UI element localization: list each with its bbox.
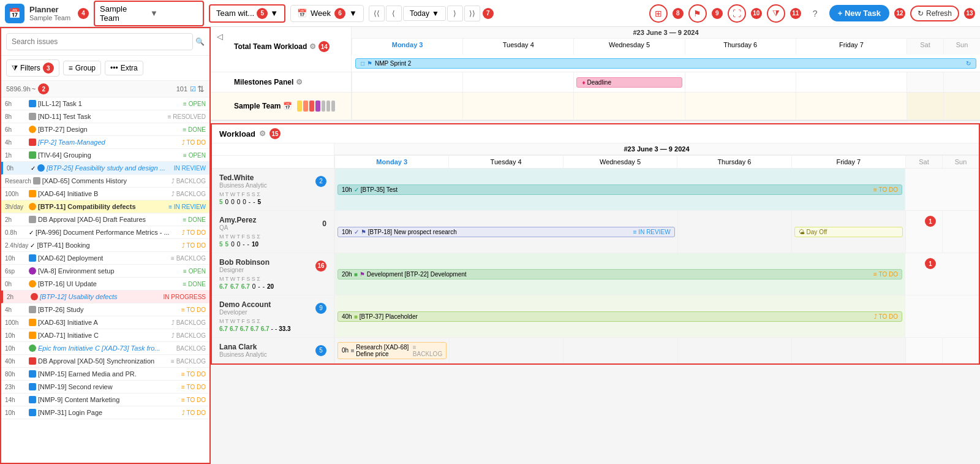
task-cell-sat [905,253,942,295]
filters-button[interactable]: ⧩ Filters 3 [6,59,59,77]
task-status: ≡ BACKLOG [413,344,442,357]
team-dropdown[interactable]: Team wit... 5 ▼ [209,4,285,23]
list-item[interactable]: 3h/day [BTP-11] Compatibility defects ≡ … [1,200,209,213]
list-item[interactable]: 6h [ILL-12] Task 1 ≡ OPEN [1,97,209,110]
task-bar-amy-1[interactable]: 10h ✓ ⚑ [BTP-18] New prospect research ≡… [337,227,675,237]
section-name-cell [229,27,352,39]
task-cell-amy-review: 10h ✓ ⚑ [BTP-18] New prospect research ≡… [335,211,677,253]
person-info-bob: Bob Robinson Designer 16 M T W T F S S Σ… [212,253,334,295]
st-thu [685,93,796,120]
list-item[interactable]: 6h [BTP-27] Design ≡ DONE [1,123,209,136]
workload-section: Workload ⚙ 15 #23 June 3 — 9 2024 Monday… [211,123,980,365]
issue-title: [NMP-19] Second review [38,383,179,390]
list-item[interactable]: 10h [XAD-62] Deployment ≡ BACKLOG [1,252,209,265]
issue-title: [NMP-9] Content Marketing [38,396,179,403]
stat-s1: - [247,241,249,248]
issue-type-icon [29,280,36,287]
nav-prev-btn[interactable]: ⟨ [386,6,402,21]
stat-w: 6.7 [241,283,250,290]
search-input[interactable] [6,33,193,50]
issue-type-icon [29,357,36,365]
miles-wed: ♦ Deadline [573,72,684,92]
layout-icon-btn[interactable]: ⊞ [649,4,668,23]
group-button[interactable]: ≡ Group [63,61,101,75]
nav-first-btn[interactable]: ⟨⟨ [369,6,385,21]
view-selector[interactable]: 📅 Week 6 ▼ [290,5,364,22]
nav-last-btn[interactable]: ⟩⟩ [464,6,480,21]
task-bar-demo-1[interactable]: 40h ■ [BTP-37] Placeholder ⤴ TO DO [337,311,902,322]
list-item[interactable]: 100h [XAD-63] Initiative A ⤴ BACKLOG [1,316,209,329]
issue-title: [BTP-26] Study [38,306,179,313]
task-bar-ted-1[interactable]: 10h ✓ [BTP-35] Test ≡ TO DO [337,184,902,195]
task-time: 0h [342,347,349,354]
list-item[interactable]: 1h [TIV-64] Grouping ≡ OPEN [1,149,209,162]
task-time: 10h [342,186,352,193]
task-bar-bob-1[interactable]: 20h ■ ⚑ Development [BTP-22] Development… [337,269,902,280]
toggle-sidebar-btn[interactable]: ◁ [211,27,229,45]
issue-type-icon [29,267,36,275]
badge-3: 3 [43,63,54,74]
list-item[interactable]: 2h DB Approval [XAD-6] Draft Features ≡ … [1,213,209,226]
search-icon[interactable]: 🔍 [195,37,205,46]
stat-t2: 6.7 [251,325,259,332]
gear-badge[interactable]: ⚙ [259,129,266,138]
stat-s2: - [253,199,255,205]
today-btn[interactable]: Today ▼ [403,6,446,21]
nav-next-btn[interactable]: ⟩ [447,6,463,21]
issue-time: 4h [5,139,27,146]
list-item[interactable]: 10h Epic from Initiative C [XAD-73] Task… [1,342,209,355]
issue-status: ≡ RESOLVED [168,113,206,120]
refresh-button[interactable]: ↻ Refresh [910,6,959,21]
extra-button[interactable]: ••• Extra [105,61,143,75]
list-item[interactable]: 0h [BTP-16] UI Update ≡ DONE [1,278,209,291]
list-item[interactable]: Research [XAD-65] Comments History ⤴ BAC… [1,175,209,188]
fullscreen-icon-btn[interactable]: ⛶ [728,4,746,23]
list-item[interactable]: 4h [FP-2] Team-Managed ⤴ TO DO [1,136,209,149]
flag-icon-btn[interactable]: ⚑ [688,4,707,23]
help-icon-btn[interactable]: ? [806,4,824,23]
list-item[interactable]: 100h [XAD-64] Initiative B ⤴ BACKLOG [1,188,209,200]
issue-title: [BTP-16] UI Update [38,280,181,287]
task-time: 40h [342,313,352,320]
stat-t2: 0 [237,241,241,248]
badge-6: 6 [334,8,345,19]
team-selector[interactable]: Sample Team ▼ [94,1,204,26]
issue-type-icon [29,409,36,416]
list-item[interactable]: 4h [BTP-26] Study ≡ TO DO [1,303,209,316]
list-item[interactable]: 8h [ND-11] Test Task ≡ RESOLVED [1,110,209,123]
sprint-refresh-icon[interactable]: ↻ [966,60,971,67]
badge-1-amy: 1 [925,216,936,227]
gear-icon-2[interactable]: ⚙ [296,78,303,86]
issue-time: 6h [5,101,27,107]
person-stats-ted: 5 0 0 0 0 - - 5 [219,199,326,205]
issue-type-icon [29,126,36,133]
issue-time: 10h [5,332,27,339]
list-item[interactable]: 0.8h ✓ [PA-996] Document Performance Met… [1,226,209,239]
list-item[interactable]: 10h [NMP-31] Login Page ⤴ TO DO [1,406,209,419]
wl-day-wed: Wednesday 5 [563,156,677,168]
color-bar-gray1 [322,101,325,112]
top-calendar: ◁ #23 June 3 — 9 2024 Total Team Workloa… [211,27,980,121]
wl-day-thu: Thursday 6 [677,156,791,168]
milestones-label: Milestones Panel ⚙ [229,72,352,92]
list-item[interactable]: 2h [BTP-12] Usability defects IN PROGRES… [1,291,209,303]
sprint-row: □ ⚑ NMP Sprint 2 ↻ [229,55,980,72]
person-count-ted: 2 [315,176,326,187]
new-task-button[interactable]: + New Task [829,5,889,21]
list-item[interactable]: 80h [NMP-15] Earned Media and PR. ≡ TO D… [1,368,209,381]
person-row-lana: Lana Clark Business Analytic 5 0h ■ Rese… [212,338,979,363]
list-item[interactable]: 0h ✓ [BTP-25] Feasibility study and desi… [1,162,209,175]
list-item[interactable]: 40h DB Approval [XAD-50] Synchronization… [1,355,209,368]
stat-m: 6.7 [219,325,228,332]
task-bar-lana-1[interactable]: 0h ■ Research [XAD-68] Define price ≡ BA… [337,342,447,359]
stat-w: 0 [231,199,235,205]
list-item[interactable]: 23h [NMP-19] Second review ≡ TO DO [1,381,209,394]
list-item[interactable]: 14h [NMP-9] Content Marketing ≡ TO DO [1,394,209,406]
list-item[interactable]: 6sp [VA-8] Environment setup ≡ OPEN [1,265,209,278]
list-item[interactable]: 2.4h/day ✓ [BTP-41] Booking ⤴ TO DO [1,239,209,252]
calendar-icon[interactable]: 📅 [283,102,292,110]
filter-icon-btn[interactable]: ⧩ [767,4,785,23]
gear-icon[interactable]: ⚙ [309,42,316,51]
list-item[interactable]: 10h [XAD-71] Initiative C ⤴ BACKLOG [1,329,209,342]
stat-s1: - [271,325,273,332]
